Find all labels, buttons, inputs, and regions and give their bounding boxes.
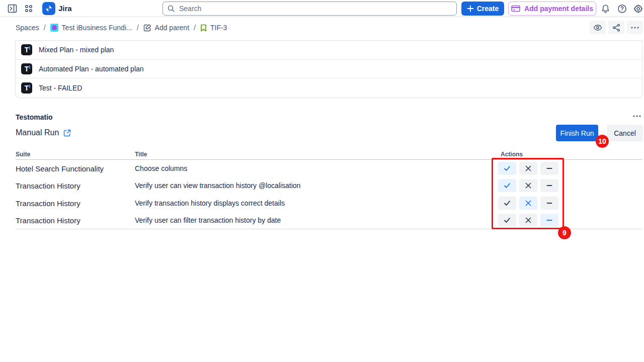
breadcrumb-issue[interactable]: TIF-3 [200, 24, 227, 32]
help-icon[interactable] [616, 3, 627, 14]
app-switcher-icon[interactable] [23, 4, 34, 14]
settings-gear-icon[interactable] [632, 3, 643, 14]
create-button-label: Create [477, 5, 499, 13]
row-actions [498, 162, 558, 175]
breadcrumb-project-label: Test iBusiness Fundi... [62, 24, 132, 32]
external-link-icon[interactable] [63, 129, 71, 137]
breadcrumb-spaces[interactable]: Spaces [16, 24, 39, 32]
cancel-button[interactable]: Cancel [607, 125, 643, 141]
testomatio-plan-icon: T [21, 63, 32, 74]
testomatio-plan-icon: T [21, 44, 32, 55]
plan-label: Automated Plan - automated plan [39, 65, 144, 73]
share-icon[interactable] [608, 21, 624, 34]
fail-button[interactable] [519, 162, 537, 175]
skip-button[interactable] [540, 162, 558, 175]
table-row: Transaction History Verify user can view… [0, 177, 644, 194]
row-actions [498, 197, 558, 210]
breadcrumb-project[interactable]: Test iBusiness Fundi... [50, 24, 132, 32]
add-payment-details-button[interactable]: Add payment details [508, 2, 596, 16]
fail-button[interactable] [519, 197, 537, 210]
create-button[interactable]: Create [461, 2, 504, 16]
credit-card-icon [511, 5, 520, 12]
suite-cell: Transaction History [16, 182, 80, 190]
run-title: Manual Run [16, 128, 71, 137]
plan-label: Test - FAILED [39, 84, 82, 92]
testomatio-plan-icon: T [21, 82, 32, 94]
pass-button[interactable] [498, 214, 516, 227]
title-cell: Choose columns [135, 164, 187, 172]
plus-icon [467, 5, 474, 12]
suite-cell: Transaction History [16, 216, 80, 224]
skip-button[interactable] [540, 214, 558, 227]
breadcrumb-issue-label: TIF-3 [210, 24, 227, 32]
breadcrumb-separator: / [194, 24, 196, 32]
list-item[interactable]: T Automated Plan - automated plan [16, 60, 642, 79]
table-row: Transaction History Verify user can filt… [0, 212, 644, 229]
pass-button[interactable] [498, 179, 516, 192]
watch-eye-icon[interactable] [590, 21, 606, 34]
app-title: Jira [58, 4, 72, 13]
breadcrumb-separator: / [44, 24, 46, 32]
pass-button[interactable] [498, 162, 516, 175]
list-item[interactable]: T Mixed Plan - mixed plan [16, 41, 642, 60]
fail-button[interactable] [519, 214, 537, 227]
column-header-suite: Suite [16, 151, 30, 158]
run-title-label: Manual Run [16, 128, 59, 137]
breadcrumb-separator: / [137, 24, 139, 32]
add-parent-label: Add parent [155, 24, 190, 32]
more-options-icon[interactable] [627, 21, 643, 34]
finish-run-button[interactable]: Finish Run [556, 125, 598, 141]
add-parent-link[interactable]: Add parent [143, 24, 190, 32]
column-header-actions: Actions [501, 151, 523, 158]
column-header-title: Title [135, 151, 147, 158]
pass-button[interactable] [498, 197, 516, 210]
project-avatar [50, 24, 58, 32]
skip-button[interactable] [540, 179, 558, 192]
page: Jira Create Add payment details Spaces / [0, 0, 644, 362]
search-icon [167, 5, 175, 13]
table-row: Hotel Search Functionality Choose column… [0, 160, 644, 177]
skip-button[interactable] [540, 197, 558, 210]
edit-icon [143, 24, 151, 32]
notifications-icon[interactable] [600, 3, 611, 14]
global-search [163, 2, 457, 16]
bookmark-icon [200, 24, 207, 32]
table-bottom-divider [16, 229, 642, 229]
suite-cell: Hotel Search Functionality [16, 164, 104, 173]
section-more-options-icon[interactable] [631, 112, 643, 121]
search-input[interactable] [163, 2, 457, 16]
title-cell: Verify user can filter transaction histo… [135, 216, 281, 224]
page-actions [590, 21, 643, 34]
table-row: Transaction History Verify transaction h… [0, 195, 644, 212]
add-payment-details-label: Add payment details [524, 5, 593, 13]
breadcrumb: Spaces / Test iBusiness Fundi... / Add p… [16, 22, 227, 33]
row-actions [498, 214, 558, 227]
jira-logo[interactable] [42, 2, 55, 15]
test-plan-list: T Mixed Plan - mixed plan T Automated Pl… [15, 40, 642, 98]
row-actions [498, 179, 558, 192]
title-cell: Verify transaction history displays corr… [135, 199, 285, 207]
sidebar-toggle-icon[interactable] [7, 4, 18, 14]
fail-button[interactable] [519, 179, 537, 192]
section-title: Testomatio [16, 113, 53, 121]
top-navigation-bar: Jira Create Add payment details [0, 0, 644, 17]
title-cell: Verify user can view transaction history… [135, 182, 300, 190]
plan-label: Mixed Plan - mixed plan [39, 46, 114, 54]
suite-cell: Transaction History [16, 199, 80, 207]
list-item[interactable]: T Test - FAILED [16, 78, 642, 98]
